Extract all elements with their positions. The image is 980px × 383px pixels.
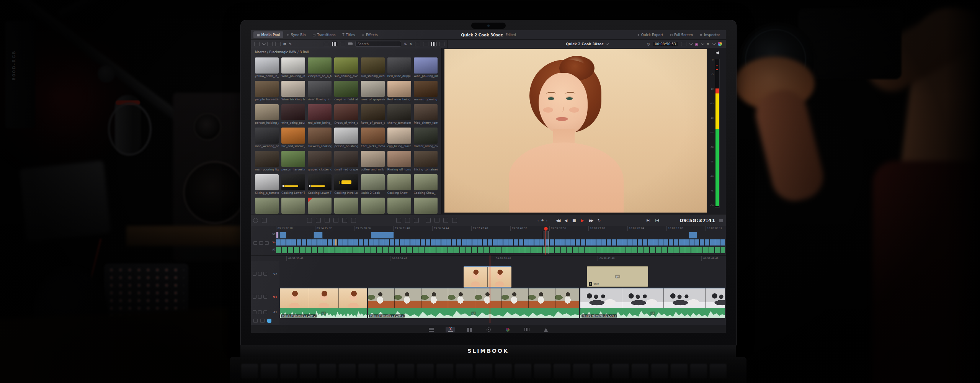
track-header-a1[interactable]: A1 bbox=[253, 310, 277, 314]
media-clip-thumbnail[interactable] bbox=[387, 174, 411, 190]
media-clip[interactable]: Cooking Show_ bbox=[414, 174, 438, 195]
media-clip[interactable]: man_pouring_liqu... bbox=[255, 151, 279, 171]
overview-clip[interactable] bbox=[314, 232, 323, 239]
loop-button[interactable]: ↻ bbox=[598, 218, 601, 223]
panel-tab[interactable]: ▤ Media Pool bbox=[253, 31, 283, 38]
sort-icon[interactable]: ⇅ bbox=[404, 42, 407, 46]
match-frame-in-button[interactable]: |◀ bbox=[655, 218, 659, 222]
track-lock-icon[interactable] bbox=[258, 295, 262, 299]
media-clip[interactable]: Cooking Lower Thi... bbox=[308, 174, 332, 195]
media-clip-thumbnail[interactable] bbox=[414, 128, 438, 144]
people-view-icon[interactable] bbox=[423, 42, 428, 46]
chevron-down-icon[interactable] bbox=[712, 42, 715, 45]
media-clip[interactable]: Slicing_a_tomato_... bbox=[255, 174, 279, 195]
media-clip[interactable]: small_red_grape_c... bbox=[334, 151, 358, 171]
overview-playhead[interactable] bbox=[546, 230, 546, 255]
window-action-button[interactable]: ⊡ Full Screen bbox=[666, 31, 696, 38]
razor-tool-icon[interactable] bbox=[307, 218, 312, 223]
slip-tool-icon[interactable] bbox=[333, 218, 338, 223]
media-clip[interactable]: Wine_pouring_int... bbox=[281, 57, 305, 78]
bin-view-icon[interactable] bbox=[254, 42, 260, 46]
multicam-view-icon[interactable] bbox=[431, 42, 436, 46]
media-clip[interactable]: fried_cherry_toma... bbox=[414, 104, 438, 124]
import-media-icon[interactable] bbox=[267, 42, 273, 46]
transition-icon[interactable] bbox=[414, 218, 419, 223]
media-clip[interactable]: egg_being_placed... bbox=[387, 128, 411, 148]
timeline-options-icon[interactable] bbox=[719, 219, 723, 222]
overview-clip[interactable] bbox=[689, 232, 697, 239]
media-clip[interactable]: river_flowing_in_t... bbox=[308, 81, 332, 101]
match-frame-out-button[interactable]: ▶| bbox=[647, 218, 650, 222]
media-clip-thumbnail[interactable] bbox=[387, 57, 411, 74]
chevron-down-icon[interactable] bbox=[262, 42, 265, 45]
media-clip-thumbnail[interactable] bbox=[255, 81, 279, 97]
media-clip-thumbnail[interactable] bbox=[334, 151, 358, 167]
stop-button[interactable]: ■ bbox=[572, 218, 576, 223]
media-clip-thumbnail[interactable] bbox=[308, 198, 332, 214]
timeline-playhead[interactable] bbox=[490, 255, 490, 323]
stabilize-icon[interactable] bbox=[396, 218, 401, 223]
media-clip-thumbnail[interactable] bbox=[414, 57, 438, 74]
media-clip[interactable]: Rows_of_grape_tr... bbox=[361, 104, 385, 124]
media-clip-thumbnail[interactable] bbox=[387, 198, 411, 214]
strip-view-icon[interactable] bbox=[324, 42, 329, 46]
media-clip[interactable]: vineyard_on_a_far... bbox=[308, 57, 332, 78]
keyframe-icon[interactable] bbox=[434, 218, 439, 223]
media-clip-thumbnail[interactable] bbox=[308, 104, 332, 120]
media-clip[interactable]: woman_opening_... bbox=[414, 81, 438, 101]
media-clip-thumbnail[interactable] bbox=[361, 151, 385, 167]
media-clip-thumbnail[interactable] bbox=[334, 128, 358, 144]
overview-clip[interactable] bbox=[279, 232, 286, 239]
media-clip-thumbnail[interactable] bbox=[414, 81, 438, 97]
overview-clip[interactable] bbox=[371, 232, 394, 239]
media-clip[interactable]: person_harvestin... bbox=[281, 151, 305, 171]
timeline-audio-clip[interactable]: Millie's Moments 33 CAM 2 ⇄ bbox=[280, 308, 367, 318]
import-folder-icon[interactable] bbox=[275, 42, 281, 46]
media-clip[interactable]: red_wine_being_p... bbox=[308, 104, 332, 124]
media-clip-thumbnail[interactable] bbox=[255, 128, 279, 144]
refresh-icon[interactable]: ↻ bbox=[409, 42, 412, 46]
media-clip-thumbnail[interactable] bbox=[255, 151, 279, 167]
media-clip[interactable]: person_holding_a... bbox=[255, 104, 279, 124]
page-button[interactable] bbox=[446, 327, 455, 332]
media-clip-thumbnail[interactable] bbox=[361, 57, 385, 74]
media-clip[interactable]: wine_being_poure... bbox=[281, 104, 305, 124]
media-clip-thumbnail[interactable] bbox=[308, 81, 332, 97]
play-button[interactable]: ▶ bbox=[581, 218, 584, 223]
media-clip-thumbnail[interactable] bbox=[414, 151, 438, 167]
picture-in-picture-icon[interactable] bbox=[405, 218, 410, 223]
track-move-icon[interactable] bbox=[253, 310, 256, 314]
media-clip[interactable]: Red_wine_drippin... bbox=[387, 57, 411, 78]
media-clip-thumbnail[interactable] bbox=[334, 104, 358, 120]
media-clip[interactable]: person_brushing_... bbox=[334, 128, 358, 148]
track-mute-icon[interactable] bbox=[263, 295, 267, 299]
media-clip-thumbnail[interactable] bbox=[387, 151, 411, 167]
trim-tool-icon[interactable] bbox=[316, 218, 321, 223]
jog-left-icon[interactable]: ‹ bbox=[537, 218, 539, 223]
track-header-v2[interactable]: V2 bbox=[253, 272, 277, 276]
media-clip-thumbnail[interactable] bbox=[387, 81, 411, 97]
media-clip[interactable]: people_harvesting... bbox=[255, 81, 279, 101]
track-header-v1[interactable]: V1 bbox=[253, 295, 277, 299]
media-clip[interactable]: fire_and_smoke_c... bbox=[281, 128, 305, 148]
media-clip-thumbnail[interactable] bbox=[361, 81, 385, 97]
media-clip[interactable]: crops_in_field_at_... bbox=[334, 81, 358, 101]
track-lock-icon[interactable] bbox=[258, 272, 262, 276]
panel-tab[interactable]: ∗ Effects bbox=[358, 31, 381, 38]
video-preview[interactable] bbox=[444, 49, 707, 213]
media-clip-thumbnail[interactable] bbox=[361, 198, 385, 214]
breadcrumb[interactable]: Master / Blackmagic RAW / B Roll bbox=[251, 48, 441, 55]
media-clip[interactable]: cherry_tomatoes_... bbox=[387, 104, 411, 124]
media-clip-thumbnail[interactable] bbox=[281, 128, 305, 144]
media-clip[interactable]: coffee_and_milk_b... bbox=[361, 151, 385, 171]
scene-cut-icon[interactable] bbox=[415, 42, 420, 46]
thumbnail-view-icon[interactable] bbox=[332, 42, 337, 46]
media-clip-thumbnail[interactable] bbox=[281, 198, 305, 214]
jog-control[interactable]: ‹ ● › bbox=[537, 218, 547, 223]
overview-tool-icon[interactable] bbox=[265, 241, 269, 245]
fast-review-icon[interactable]: ▣ bbox=[695, 42, 698, 46]
timeline-audio-clip[interactable]: Millie's Moments 33 CAM 1 ⇄ bbox=[368, 308, 579, 318]
insert-clip-icon[interactable] bbox=[342, 218, 347, 223]
media-clip[interactable]: Drops_of_wine_sp... bbox=[334, 104, 358, 124]
media-clip-thumbnail[interactable] bbox=[414, 174, 438, 190]
